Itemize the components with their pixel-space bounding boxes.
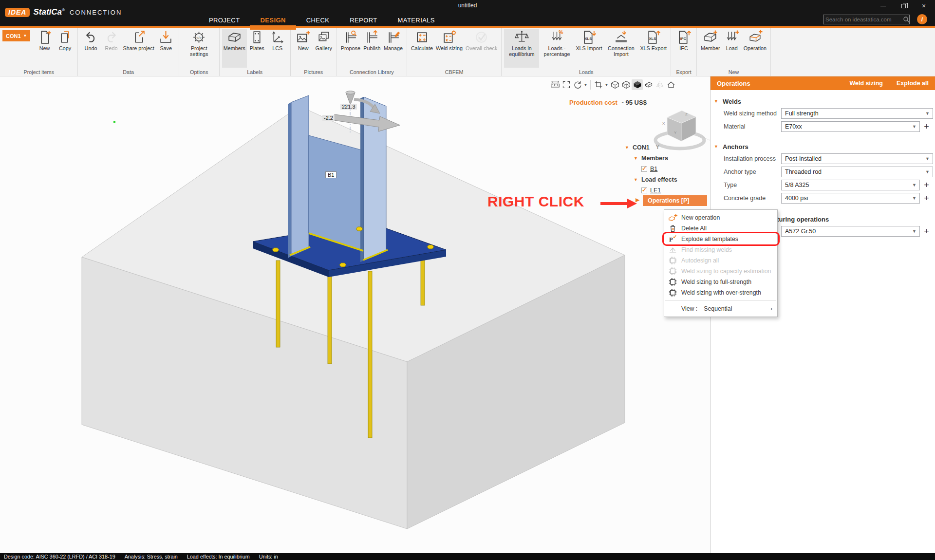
members-button[interactable]: Members [222,29,247,68]
menu-item-explode-all-templates[interactable]: PExplode all templates [664,234,777,244]
cube-hidden-lines-icon[interactable] [620,79,632,90]
fit-view-icon[interactable] [561,79,572,90]
anchor-type-select[interactable]: Threaded rod▼ [781,167,933,177]
viewport-3d[interactable]: Z X Y Y ▼▼ Production cost - 95 US$ 221.… [0,76,710,553]
clip-view-icon[interactable] [643,79,654,90]
checkbox-checked-icon[interactable] [641,166,647,172]
loads-in-equilibrium-button[interactable]: Loads in equilibrium [504,29,539,68]
member-label[interactable]: B1 [325,171,337,178]
minimize-button[interactable] [873,0,893,12]
tree-load-effects-label[interactable]: Load effects [641,176,677,183]
cube-wireframe-icon[interactable] [609,79,620,90]
tree-node-con1[interactable]: ▼ CON1 [625,143,650,152]
ifc-button[interactable]: IFCIFC [673,29,694,68]
propose-button[interactable]: Propose [339,29,362,68]
chevron-down-icon[interactable]: ▼ [634,156,641,161]
material-select[interactable]: A572 Gr.50▼ [781,226,920,237]
new-button[interactable]: New [293,29,314,68]
add-button[interactable]: + [920,121,933,132]
search-box[interactable] [823,15,910,24]
add-button[interactable]: + [920,193,933,204]
connection-import-button[interactable]: Connection Import [603,29,638,68]
tree-node-b1[interactable]: B1 [641,164,657,174]
explode-all-button[interactable]: Explode all [897,80,929,87]
model-3d-scene[interactable]: Z X Y Y [0,76,710,553]
load-button[interactable]: Load [722,29,742,68]
chevron-down-icon[interactable]: ▼ [634,177,641,182]
column-left-flange[interactable] [288,95,309,258]
checkbox-checked-icon[interactable] [641,187,647,193]
con1-dropdown-button[interactable]: CON1▼ [2,30,30,41]
home-icon[interactable] [665,79,676,90]
publish-button[interactable]: Publish [362,29,382,68]
section-header[interactable]: ▼Anchors [711,141,935,152]
operation-button[interactable]: Operation [742,29,768,68]
tab-check[interactable]: CHECK [296,13,340,28]
cube-solid-icon[interactable] [632,79,643,90]
save-button[interactable]: Save [156,29,176,68]
calculate-button[interactable]: Calculate [410,29,434,68]
node-point[interactable] [113,121,115,123]
menu-item-view[interactable]: View : Sequential › [664,303,777,315]
chevron-down-icon: ▼ [912,124,916,129]
crop-dropdown-icon[interactable]: ▼ [604,83,609,87]
ribbon-button-label: XLS Import [576,45,602,51]
tree-node-load-effects[interactable]: ▼ Load effects [634,175,677,185]
concrete-grade-select[interactable]: 4000 psi▼ [781,193,920,204]
tree-le1-label[interactable]: LE1 [650,187,661,194]
installation-process-select[interactable]: Post-installed▼ [781,153,933,164]
navigation-cube[interactable]: Z X Y Y [655,111,710,150]
chevron-down-icon[interactable]: ▼ [625,145,633,150]
info-icon[interactable]: i [917,14,927,24]
xls-export-button[interactable]: XLSXLS Export [638,29,668,68]
undo-button[interactable]: Undo [80,29,101,68]
tree-node-members[interactable]: ▼ Members [634,153,668,163]
plates-button[interactable]: Plates [247,29,267,68]
add-button[interactable]: + [920,180,933,190]
tab-design[interactable]: DESIGN [250,13,296,28]
section-title: Welds [723,98,741,105]
section-header[interactable]: ▼Welds [711,96,935,107]
weld-sizing-button[interactable]: Weld sizing [849,80,883,87]
loads-percentage-button[interactable]: %Loads - percentage [539,29,574,68]
restore-button[interactable] [893,0,914,12]
tab-materials[interactable]: MATERIALS [388,13,445,28]
project-settings-button[interactable]: </>Project settings [182,29,217,68]
share-project-button[interactable]: Share project [121,29,155,68]
tree-node-le1[interactable]: LE1 [641,186,661,195]
menu-item-new-operation[interactable]: New operation [664,212,777,223]
weld-sizing-button[interactable]: Weld sizing [434,29,464,68]
gallery-button[interactable]: Gallery [314,29,334,68]
xls-import-button[interactable]: XLSXLS Import [574,29,603,68]
lcs-button[interactable]: LCS [267,29,288,68]
add-button[interactable]: + [920,226,933,237]
rotate-icon[interactable] [572,79,583,90]
type-select[interactable]: 5/8 A325▼ [781,180,920,190]
measure-icon[interactable] [549,79,561,90]
close-button[interactable]: × [914,0,934,12]
redo-icon [104,30,119,45]
select-value: 5/8 A325 [785,182,809,188]
nav-tabs: PROJECTDESIGNCHECKREPORTMATERIALS [199,13,445,28]
menu-item-delete-all[interactable]: Delete All [664,223,777,234]
tree-members-label[interactable]: Members [641,155,668,162]
search-input[interactable] [823,17,902,22]
menu-item-weld-sizing-with-over-strength[interactable]: Weld sizing with over-strength [664,287,777,298]
rotate-dropdown-icon[interactable]: ▼ [583,83,588,87]
menu-item-weld-sizing-to-full-strength[interactable]: Weld sizing to full-strength [664,277,777,287]
member-button[interactable]: Member [699,29,722,68]
crop-icon[interactable] [593,79,604,90]
dimension-value-1[interactable]: 221.3 [340,104,357,110]
material-select[interactable]: E70xx▼ [781,121,920,132]
copy-button[interactable]: Copy [55,29,75,68]
tree-b1-label[interactable]: B1 [650,166,657,172]
tree-node-operations[interactable]: Operations [P] [643,195,707,206]
weld-sizing-method-select[interactable]: Full strength▼ [781,108,933,119]
manage-button[interactable]: Manage [382,29,404,68]
tab-report[interactable]: REPORT [339,13,387,28]
new-button[interactable]: New [34,29,55,68]
tab-project[interactable]: PROJECT [199,13,250,28]
column-web[interactable] [309,135,363,250]
tree-con1-label[interactable]: CON1 [633,144,650,151]
dimension-value-2[interactable]: -2.2 [322,115,335,121]
